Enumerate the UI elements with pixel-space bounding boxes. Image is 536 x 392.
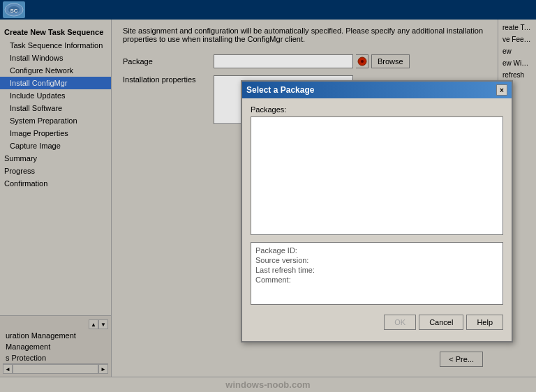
modal-titlebar: Select a Package × bbox=[242, 82, 512, 98]
main-window: SC Create New Task Sequence Task Sequenc… bbox=[0, 0, 536, 392]
source-version-label: Source version: bbox=[255, 256, 308, 264]
package-id-row: Package ID: bbox=[255, 246, 498, 255]
modal-footer: OK Cancel Help bbox=[251, 312, 503, 334]
select-package-dialog: Select a Package × Packages: Package ID:… bbox=[241, 80, 513, 342]
source-version-row: Source version: bbox=[255, 255, 498, 265]
comment-row: Comment: bbox=[255, 275, 498, 285]
packages-label: Packages: bbox=[251, 105, 503, 114]
modal-close-button[interactable]: × bbox=[496, 84, 507, 96]
package-details: Package ID: Source version: Last refresh… bbox=[251, 242, 503, 305]
comment-label: Comment: bbox=[255, 276, 291, 284]
last-refresh-row: Last refresh time: bbox=[255, 265, 498, 275]
modal-overlay: Select a Package × Packages: Package ID:… bbox=[0, 0, 536, 392]
modal-help-button[interactable]: Help bbox=[466, 315, 503, 330]
modal-ok-button[interactable]: OK bbox=[384, 315, 416, 330]
modal-body: Packages: Package ID: Source version: La… bbox=[242, 98, 512, 341]
modal-title: Select a Package bbox=[246, 85, 314, 95]
package-id-label: Package ID: bbox=[255, 246, 297, 255]
last-refresh-label: Last refresh time: bbox=[255, 266, 315, 274]
packages-list[interactable] bbox=[251, 116, 503, 235]
modal-cancel-button[interactable]: Cancel bbox=[419, 315, 463, 330]
